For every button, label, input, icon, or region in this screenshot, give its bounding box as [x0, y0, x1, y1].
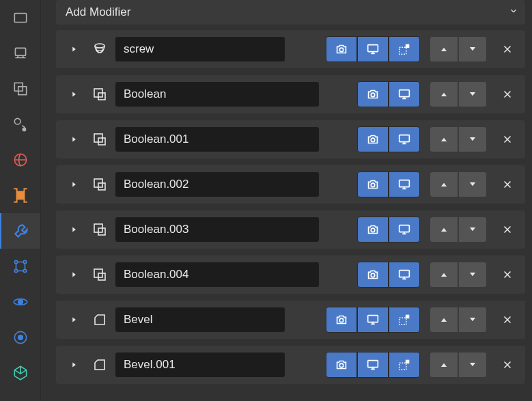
delete-modifier-button[interactable]	[496, 217, 518, 243]
show-viewport-toggle[interactable]	[389, 171, 420, 197]
expand-toggle[interactable]	[63, 262, 85, 288]
modifier-name-input[interactable]	[115, 171, 320, 197]
show-render-toggle[interactable]	[326, 36, 357, 62]
move-down-button[interactable]	[458, 126, 487, 152]
svg-rect-7	[16, 192, 24, 199]
modifier-name-input[interactable]	[115, 262, 320, 288]
move-down-button[interactable]	[458, 171, 487, 197]
move-up-button[interactable]	[430, 217, 458, 243]
svg-point-4	[14, 118, 20, 124]
show-editmode-toggle[interactable]	[389, 307, 420, 333]
add-modifier-label: Add Modifier	[66, 5, 130, 19]
tab-data[interactable]	[0, 355, 40, 391]
modifier-panel: Add Modifier	[41, 0, 532, 401]
boolean-modifier-icon	[85, 86, 115, 102]
visibility-toggle-group	[326, 307, 420, 333]
modifier-row	[56, 301, 525, 339]
modifier-name-input[interactable]	[115, 217, 320, 243]
modifier-name-input[interactable]	[115, 307, 285, 333]
move-down-button[interactable]	[458, 307, 487, 333]
screw-modifier-icon	[85, 41, 115, 57]
move-up-button[interactable]	[430, 352, 458, 378]
modifier-name-input[interactable]	[115, 126, 320, 152]
visibility-toggle-group	[357, 217, 420, 243]
show-render-toggle[interactable]	[326, 352, 357, 378]
move-up-button[interactable]	[430, 171, 458, 197]
tab-object[interactable]	[0, 178, 40, 213]
move-up-button[interactable]	[430, 81, 458, 107]
show-render-toggle[interactable]	[357, 171, 389, 197]
show-render-toggle[interactable]	[357, 217, 389, 243]
move-group	[430, 352, 487, 378]
bevel-modifier-icon	[85, 312, 115, 328]
show-viewport-toggle[interactable]	[357, 352, 389, 378]
visibility-toggle-group	[357, 171, 420, 197]
move-up-button[interactable]	[430, 126, 458, 152]
visibility-toggle-group	[357, 126, 420, 152]
tab-constraints[interactable]	[0, 320, 40, 355]
modifier-name-input[interactable]	[115, 352, 285, 378]
expand-toggle[interactable]	[63, 352, 85, 378]
move-up-button[interactable]	[430, 307, 458, 333]
modifier-row	[56, 165, 525, 204]
expand-toggle[interactable]	[63, 36, 85, 62]
move-down-button[interactable]	[458, 217, 487, 243]
move-group	[430, 36, 487, 62]
move-down-button[interactable]	[458, 352, 487, 378]
boolean-modifier-icon	[85, 221, 115, 238]
modifier-name-input[interactable]	[115, 36, 285, 62]
delete-modifier-button[interactable]	[496, 126, 518, 152]
move-up-button[interactable]	[430, 36, 458, 62]
svg-rect-0	[14, 14, 26, 23]
delete-modifier-button[interactable]	[496, 81, 518, 107]
expand-toggle[interactable]	[63, 307, 85, 333]
show-viewport-toggle[interactable]	[357, 307, 389, 333]
visibility-toggle-group	[326, 36, 420, 62]
show-viewport-toggle[interactable]	[389, 81, 420, 107]
boolean-modifier-icon	[85, 176, 115, 193]
delete-modifier-button[interactable]	[496, 262, 518, 288]
show-render-toggle[interactable]	[357, 262, 389, 288]
delete-modifier-button[interactable]	[496, 307, 518, 333]
modifier-row	[56, 30, 525, 68]
tab-scene[interactable]	[0, 107, 40, 142]
expand-toggle[interactable]	[63, 217, 85, 243]
move-group	[430, 262, 487, 288]
svg-point-11	[23, 269, 26, 272]
show-viewport-toggle[interactable]	[389, 217, 420, 243]
tab-world[interactable]	[0, 142, 40, 178]
add-modifier-dropdown[interactable]: Add Modifier	[56, 0, 525, 25]
move-group	[430, 217, 487, 243]
expand-toggle[interactable]	[63, 171, 85, 197]
delete-modifier-button[interactable]	[496, 36, 518, 62]
show-editmode-toggle[interactable]	[389, 36, 420, 62]
show-viewport-toggle[interactable]	[389, 126, 420, 152]
show-render-toggle[interactable]	[357, 126, 389, 152]
expand-toggle[interactable]	[63, 81, 85, 107]
svg-rect-1	[15, 48, 25, 55]
tab-physics[interactable]	[0, 284, 40, 320]
move-down-button[interactable]	[458, 262, 487, 288]
tab-viewlayer[interactable]	[0, 71, 40, 107]
move-down-button[interactable]	[458, 81, 487, 107]
tab-particles[interactable]	[0, 249, 40, 284]
show-viewport-toggle[interactable]	[357, 36, 389, 62]
modifier-name-input[interactable]	[115, 81, 320, 107]
move-down-button[interactable]	[458, 36, 487, 62]
tab-modifier[interactable]	[0, 213, 40, 249]
move-group	[430, 81, 487, 107]
delete-modifier-button[interactable]	[496, 171, 518, 197]
show-editmode-toggle[interactable]	[389, 352, 420, 378]
delete-modifier-button[interactable]	[496, 352, 518, 378]
show-viewport-toggle[interactable]	[389, 262, 420, 288]
tab-output[interactable]	[0, 36, 40, 71]
visibility-toggle-group	[326, 352, 420, 378]
expand-toggle[interactable]	[63, 126, 85, 152]
show-render-toggle[interactable]	[357, 81, 389, 107]
visibility-toggle-group	[357, 262, 420, 288]
visibility-toggle-group	[357, 81, 420, 107]
move-up-button[interactable]	[430, 262, 458, 288]
show-render-toggle[interactable]	[326, 307, 357, 333]
tab-tool[interactable]	[0, 0, 40, 36]
move-group	[430, 126, 487, 152]
